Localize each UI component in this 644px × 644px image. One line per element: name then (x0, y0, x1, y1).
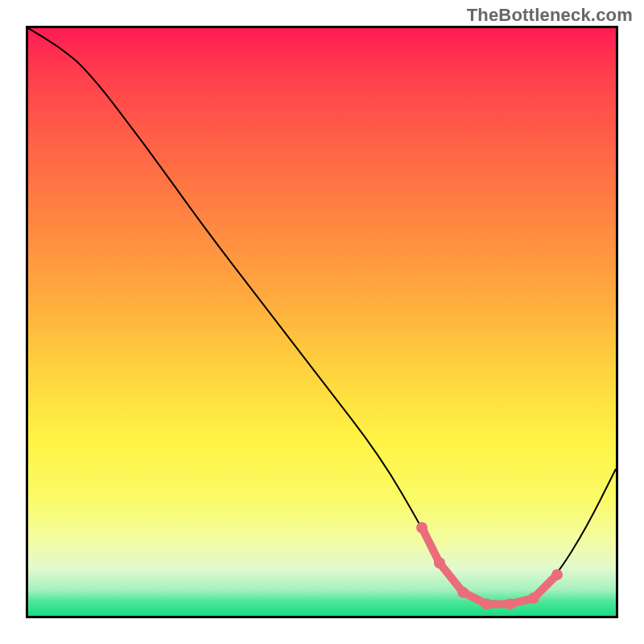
highlight-group (416, 522, 563, 610)
highlight-dot (505, 598, 516, 609)
chart-plot-area (26, 26, 618, 618)
highlight-dot (416, 522, 427, 534)
highlight-dot (528, 592, 539, 604)
highlight-dot (434, 557, 445, 568)
highlight-dot (551, 569, 563, 580)
highlight-dot (481, 598, 492, 609)
highlight-dot (457, 587, 469, 598)
chart-svg (28, 28, 616, 616)
watermark-text: TheBottleneck.com (467, 5, 633, 26)
chart-curve (28, 28, 616, 604)
